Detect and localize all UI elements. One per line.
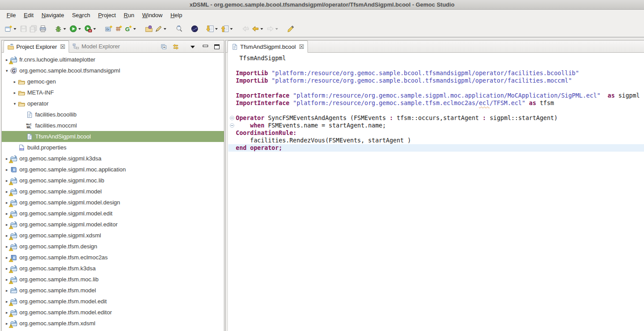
mark-occurrences-button[interactable] bbox=[286, 24, 296, 34]
menu-help[interactable]: Help bbox=[166, 11, 186, 20]
run-dropdown-icon[interactable] bbox=[78, 28, 81, 30]
new-gemoc-sequential-project-button[interactable]: Gr bbox=[104, 24, 113, 34]
tree-item-facilities.bcoollib[interactable]: facilities.bcoollib bbox=[2, 109, 224, 120]
maximize-icon[interactable] bbox=[214, 44, 220, 49]
code-editor[interactable]: TfsmAndSigpmlImportLib "platform:/resour… bbox=[226, 53, 644, 331]
tree-item-org.gemoc.sample.tfsm.design[interactable]: ▸org.gemoc.sample.tfsm.design bbox=[2, 241, 224, 252]
menu-run[interactable]: Run bbox=[120, 11, 138, 20]
workbench: Project Explorer ☒ Model Explorer ▸fr.cn… bbox=[0, 38, 644, 331]
toolbar-group bbox=[4, 24, 48, 34]
tree-item-org.gemoc.sample.tfsm.k3dsa[interactable]: ▸org.gemoc.sample.tfsm.k3dsa bbox=[2, 263, 224, 274]
tree-item-org.gemoc.sample.tfsm.moc.lib[interactable]: ▸org.gemoc.sample.tfsm.moc.lib bbox=[2, 274, 224, 285]
tree-item-org.gemoc.sample.sigpml.model.edit[interactable]: ▸org.gemoc.sample.sigpml.model.edit bbox=[2, 208, 224, 219]
tree-item-fr.cnrs.luchogie.ultimateplotter[interactable]: ▸fr.cnrs.luchogie.ultimateplotter bbox=[2, 54, 224, 65]
tree-item-build.properties[interactable]: 010build.properties bbox=[2, 142, 224, 153]
tab-project-explorer[interactable]: Project Explorer ☒ bbox=[4, 40, 69, 53]
fold-spacer bbox=[228, 92, 236, 99]
link-with-editor-icon[interactable] bbox=[172, 44, 179, 50]
chevron-right-icon[interactable]: ▸ bbox=[12, 91, 17, 95]
tree-item-org.gemoc.sample.tfsm.model[interactable]: ▸org.gemoc.sample.tfsm.model bbox=[2, 285, 224, 296]
tab-editor-tfsmandsigpml[interactable]: TfsmAndSigpml.bcool ☒ bbox=[227, 40, 308, 53]
code-token: TfsmAndSigpml bbox=[236, 55, 286, 62]
minimize-icon[interactable] bbox=[203, 45, 208, 47]
debug-button[interactable] bbox=[53, 24, 63, 34]
tree-item-org.gemoc.sample.bcool.tfsmandsigpml[interactable]: ▾Gorg.gemoc.sample.bcool.tfsmandsigpml bbox=[2, 65, 224, 76]
tree-item-org.gemoc.sample.sigpml.model.design[interactable]: ▸org.gemoc.sample.sigpml.model.design bbox=[2, 197, 224, 208]
code-token bbox=[289, 92, 293, 99]
tab-model-explorer[interactable]: Model Explorer bbox=[69, 40, 123, 52]
previous-annotation-dropdown-icon[interactable] bbox=[230, 28, 233, 30]
new-gemoc-language-project-dropdown-icon[interactable] bbox=[133, 28, 136, 30]
forward-button bbox=[265, 24, 275, 34]
previous-annotation-button[interactable] bbox=[220, 24, 230, 34]
tree-item-facilities.moccml[interactable]: McCMLfacilities.moccml bbox=[2, 120, 224, 131]
project-tree: ▸fr.cnrs.luchogie.ultimateplotter▾Gorg.g… bbox=[2, 53, 224, 329]
run-button[interactable] bbox=[68, 24, 78, 34]
open-task-button[interactable] bbox=[154, 24, 163, 34]
tree-item-org.gemoc.sample.sigpml.k3dsa[interactable]: ▸org.gemoc.sample.sigpml.k3dsa bbox=[2, 153, 224, 164]
menu-file[interactable]: File bbox=[3, 11, 20, 20]
search-button[interactable] bbox=[174, 24, 184, 34]
close-icon[interactable]: ☒ bbox=[60, 44, 65, 50]
run-last-launch-dropdown-icon[interactable] bbox=[93, 28, 96, 30]
chevron-right-icon[interactable]: ▸ bbox=[4, 167, 9, 172]
props-icon: 010 bbox=[18, 144, 26, 151]
open-web-browser-button[interactable] bbox=[190, 24, 199, 34]
menu-project[interactable]: Project bbox=[94, 11, 120, 20]
tree-item-org.gemoc.sample.sigpml.model.editor[interactable]: ▸org.gemoc.sample.sigpml.model.editor bbox=[2, 219, 224, 230]
tree-item-org.gemoc.sample.tfsm.model.editor[interactable]: ▸org.gemoc.sample.tfsm.model.editor bbox=[2, 307, 224, 318]
chevron-down-icon[interactable]: ▾ bbox=[12, 102, 17, 106]
tree-item-org.gemoc.sample.tfsm.eclmoc2as[interactable]: ▸Eorg.gemoc.sample.tfsm.eclmoc2as bbox=[2, 252, 224, 263]
collapse-all-icon[interactable] bbox=[161, 44, 167, 50]
code-token: ImportLib bbox=[236, 77, 268, 84]
chevron-down-icon[interactable]: ▾ bbox=[4, 69, 9, 73]
menu-window[interactable]: Window bbox=[138, 11, 166, 20]
close-icon[interactable]: ☒ bbox=[299, 44, 304, 50]
new-gemoc-language-project-button[interactable]: G bbox=[123, 24, 133, 34]
tree-item-org.gemoc.sample.tfsm.model.edit[interactable]: ▸org.gemoc.sample.tfsm.model.edit bbox=[2, 296, 224, 307]
debug-dropdown-icon[interactable] bbox=[63, 28, 66, 30]
tree-item-org.gemoc.sample.sigpml.moc.lib[interactable]: ▸org.gemoc.sample.sigpml.moc.lib bbox=[2, 175, 224, 186]
model-explorer-icon bbox=[73, 43, 79, 50]
tree-item-org.gemoc.sample.sigpml.moc.application[interactable]: ▸Eorg.gemoc.sample.sigpml.moc.applicatio… bbox=[2, 164, 224, 175]
tree-item-label: org.gemoc.sample.tfsm.k3dsa bbox=[19, 265, 95, 272]
tree-item-TfsmAndSigpml.bcool[interactable]: TfsmAndSigpml.bcool bbox=[2, 131, 224, 142]
code-token: sigpml::startAgent) bbox=[486, 114, 558, 122]
tree-item-label: TfsmAndSigpml.bcool bbox=[35, 133, 91, 140]
gemoc-icon: G bbox=[10, 67, 18, 74]
view-menu-icon[interactable] bbox=[190, 46, 195, 48]
code-token: CoordinationRule: bbox=[236, 129, 296, 137]
tree-item-gemoc-gen[interactable]: ▸gemoc-gen bbox=[2, 76, 224, 87]
code-token: "platform:/resource/org.gemoc.sample.bco… bbox=[271, 69, 579, 77]
tree-item-operator[interactable]: ▾operator bbox=[2, 98, 224, 109]
run-last-launch-button[interactable] bbox=[83, 24, 93, 34]
annotation-ruler[interactable] bbox=[226, 53, 228, 331]
svg-text:E: E bbox=[13, 168, 15, 171]
back-dropdown-icon[interactable] bbox=[260, 28, 263, 30]
tree-item-META-INF[interactable]: ▸META-INF bbox=[2, 87, 224, 98]
print-button[interactable] bbox=[38, 24, 48, 34]
new-plugin-project-button[interactable] bbox=[113, 24, 123, 34]
menu-edit[interactable]: Edit bbox=[20, 11, 37, 20]
fold-collapse-icon[interactable] bbox=[228, 122, 236, 129]
back-button[interactable] bbox=[250, 24, 260, 34]
new-wizard-dropdown-icon[interactable] bbox=[14, 28, 16, 30]
code-token: ImportLib bbox=[236, 69, 268, 77]
menu-navigate[interactable]: Navigate bbox=[37, 11, 68, 20]
code-token bbox=[236, 122, 250, 129]
menu-search[interactable]: Search bbox=[68, 11, 94, 20]
tree-item-org.gemoc.sample.sigpml.model[interactable]: ▸org.gemoc.sample.sigpml.model bbox=[2, 186, 224, 197]
new-wizard-button[interactable] bbox=[4, 24, 13, 34]
tree-item-org.gemoc.sample.sigpml.xdsml[interactable]: ▸org.gemoc.sample.sigpml.xdsml bbox=[2, 230, 224, 241]
save-all-button bbox=[28, 24, 38, 34]
chevron-right-icon[interactable]: ▸ bbox=[4, 288, 9, 293]
next-annotation-dropdown-icon[interactable] bbox=[215, 28, 218, 30]
chevron-right-icon[interactable]: ▸ bbox=[12, 80, 17, 84]
tree-item-label: org.gemoc.sample.sigpml.model.design bbox=[19, 199, 120, 206]
tree-item-org.gemoc.sample.tfsm.xdsml[interactable]: ▸org.gemoc.sample.tfsm.xdsml bbox=[2, 318, 224, 329]
open-task-dropdown-icon[interactable] bbox=[164, 28, 166, 30]
next-annotation-button[interactable] bbox=[205, 24, 215, 34]
open-gemoc-element-button[interactable] bbox=[144, 24, 154, 34]
fold-collapse-icon[interactable] bbox=[228, 114, 236, 122]
code-token: /TFSM.ecl" bbox=[490, 99, 525, 107]
